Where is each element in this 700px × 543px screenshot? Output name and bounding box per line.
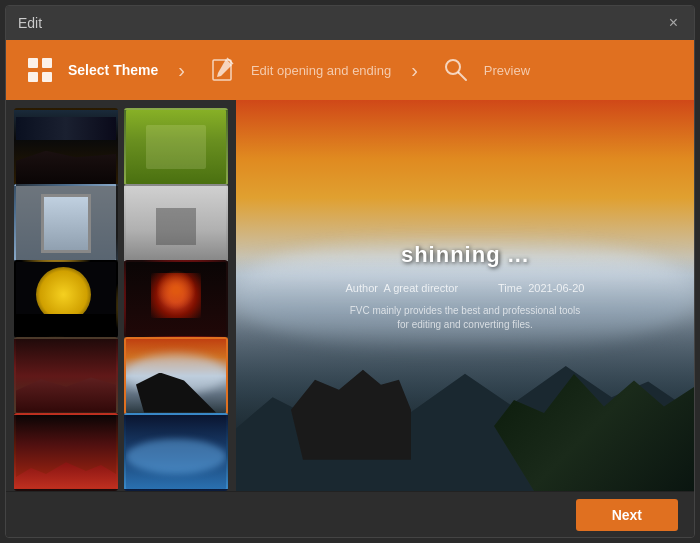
step-preview[interactable]: Preview	[438, 52, 530, 88]
thumbnail-6[interactable]	[124, 260, 228, 338]
preview-image: shinning ... Author A great director Tim…	[236, 100, 694, 491]
preview-panel: shinning ... Author A great director Tim…	[236, 100, 694, 491]
svg-rect-1	[42, 58, 52, 68]
thumbnail-2[interactable]	[124, 108, 228, 186]
thumbnail-3[interactable]	[14, 184, 118, 262]
thumbnail-8[interactable]	[124, 337, 228, 415]
edit-icon	[205, 52, 241, 88]
search-icon	[438, 52, 474, 88]
step-separator-1: ›	[178, 59, 185, 82]
edit-dialog: Edit × Select Theme ›	[5, 5, 695, 538]
svg-rect-3	[42, 72, 52, 82]
main-content: shinning ... Author A great director Tim…	[6, 100, 694, 491]
thumbnail-10[interactable]	[124, 413, 228, 491]
preview-author: Author A great director	[346, 282, 459, 294]
svg-line-6	[458, 73, 466, 81]
step-edit-opening-label: Edit opening and ending	[251, 63, 391, 78]
thumbnail-5[interactable]	[14, 260, 118, 338]
dialog-title: Edit	[18, 15, 42, 31]
thumbnail-9[interactable]	[14, 413, 118, 491]
grid-icon	[22, 52, 58, 88]
step-edit-opening[interactable]: Edit opening and ending	[205, 52, 391, 88]
preview-time: Time 2021-06-20	[498, 282, 584, 294]
preview-text-overlay: shinning ... Author A great director Tim…	[346, 242, 585, 332]
step-preview-label: Preview	[484, 63, 530, 78]
steps-bar: Select Theme › Edit opening and ending ›	[6, 40, 694, 100]
footer: Next	[6, 491, 694, 537]
title-bar: Edit ×	[6, 6, 694, 40]
step-separator-2: ›	[411, 59, 418, 82]
thumbnail-7[interactable]	[14, 337, 118, 415]
preview-meta: Author A great director Time 2021-06-20	[346, 282, 585, 294]
thumbnail-1[interactable]	[14, 108, 118, 186]
step-select-theme[interactable]: Select Theme	[22, 52, 158, 88]
preview-title: shinning ...	[346, 242, 585, 268]
thumbnails-panel	[6, 100, 236, 491]
next-button[interactable]: Next	[576, 499, 678, 531]
step-select-theme-label: Select Theme	[68, 62, 158, 78]
svg-rect-2	[28, 72, 38, 82]
close-button[interactable]: ×	[665, 13, 682, 33]
preview-description: FVC mainly provides the best and profess…	[346, 304, 585, 332]
thumbnail-4[interactable]	[124, 184, 228, 262]
svg-rect-0	[28, 58, 38, 68]
